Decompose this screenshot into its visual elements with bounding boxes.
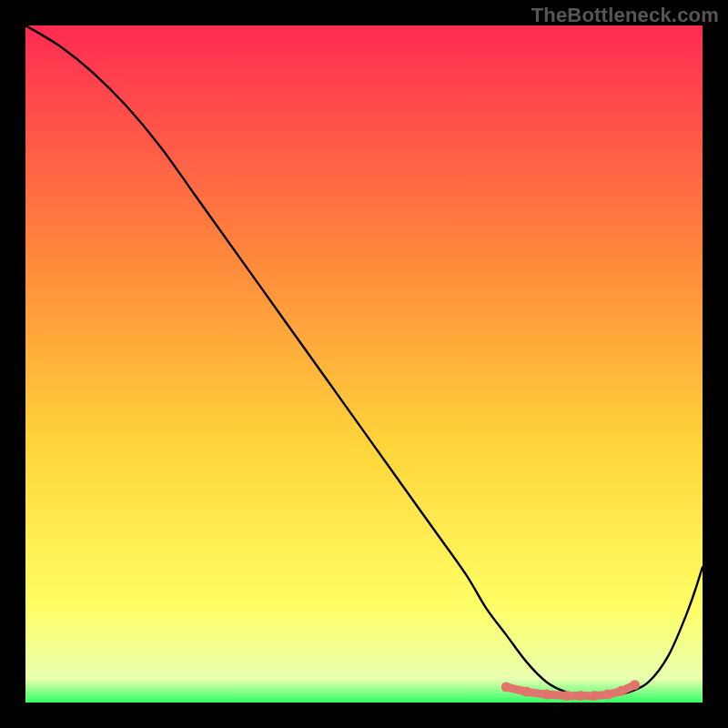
highlight-dot <box>562 691 572 701</box>
highlight-dot <box>630 680 640 690</box>
highlight-dot <box>616 686 626 696</box>
highlight-dot <box>541 690 551 700</box>
watermark-text: TheBottleneck.com <box>531 4 719 27</box>
highlight-dot <box>521 687 531 697</box>
bottleneck-chart <box>25 25 703 703</box>
highlight-dot <box>602 690 612 700</box>
highlight-dot <box>501 682 511 692</box>
highlight-dot <box>589 691 599 701</box>
highlight-dot <box>576 691 586 701</box>
chart-frame <box>25 25 703 703</box>
chart-background <box>25 25 703 703</box>
